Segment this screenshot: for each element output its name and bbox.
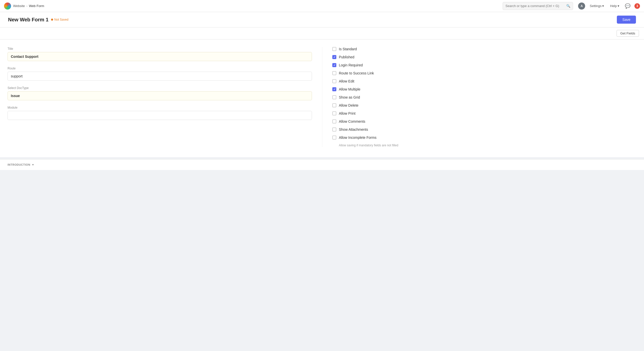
checkbox-label-login_required: Login Required — [339, 63, 363, 67]
form-card: Title Route Select DocType Module — [0, 39, 644, 157]
search-icon: 🔍 — [566, 4, 570, 8]
page-header: New Web Form 1 Not Saved Save — [0, 12, 644, 27]
checkbox-row-allow_multiple: Allow Multiple — [332, 87, 636, 91]
doctype-label: Select DocType — [8, 86, 312, 90]
checkbox-published[interactable] — [332, 55, 336, 59]
introduction-chevron-icon: ▾ — [32, 163, 34, 166]
checkbox-label-is_standard: Is Standard — [339, 47, 357, 51]
route-input[interactable] — [8, 72, 312, 81]
introduction-section[interactable]: INTRODUCTION ▾ — [0, 159, 644, 170]
breadcrumb-website[interactable]: Website — [13, 4, 25, 8]
status-badge: Not Saved — [51, 18, 68, 21]
checkbox-label-allow_multiple: Allow Multiple — [339, 87, 360, 91]
checkbox-label-route_to_success_link: Route to Success Link — [339, 71, 374, 75]
allow-incomplete-help-text: Allow saving if mandatory fields are not… — [339, 144, 636, 147]
notification-badge[interactable]: 3 — [634, 3, 640, 9]
checkbox-label-allow_edit: Allow Edit — [339, 79, 354, 83]
checkbox-label-allow_delete: Allow Delete — [339, 103, 358, 107]
checkbox-row-allow_comments: Allow Comments — [332, 119, 636, 123]
form-grid: Title Route Select DocType Module — [8, 47, 636, 147]
settings-button[interactable]: Settings ▾ — [588, 3, 606, 9]
checkbox-route_to_success_link[interactable] — [332, 71, 336, 75]
form-right: Is StandardPublishedLogin RequiredRoute … — [322, 47, 636, 147]
checkbox-label-show_attachments: Show Attachments — [339, 127, 368, 131]
checkbox-row-route_to_success_link: Route to Success Link — [332, 71, 636, 75]
checkbox-row-show_attachments: Show Attachments — [332, 127, 636, 131]
search-input[interactable] — [505, 4, 565, 8]
topnav-actions: A Settings ▾ Help ▾ 💬 3 — [578, 2, 640, 10]
help-chevron-icon: ▾ — [618, 4, 619, 8]
checkbox-row-allow_edit: Allow Edit — [332, 79, 636, 83]
checkbox-row-published: Published — [332, 55, 636, 59]
route-group: Route — [8, 67, 312, 81]
breadcrumb-webform[interactable]: Web Form — [29, 4, 44, 8]
introduction-label: INTRODUCTION — [8, 163, 30, 166]
checkbox-row-allow_print: Allow Print — [332, 111, 636, 115]
doctype-input[interactable] — [8, 91, 312, 100]
checkbox-row-login_required: Login Required — [332, 63, 636, 67]
checkbox-label-show_as_grid: Show as Grid — [339, 95, 360, 99]
settings-label: Settings — [590, 4, 601, 8]
settings-chevron-icon: ▾ — [602, 4, 604, 8]
doctype-group: Select DocType — [8, 86, 312, 100]
form-left: Title Route Select DocType Module — [8, 47, 322, 147]
checkbox-show_as_grid[interactable] — [332, 95, 336, 99]
get-fields-bar: Get Fields — [0, 27, 644, 39]
checkbox-allow_delete[interactable] — [332, 103, 336, 107]
title-group: Title — [8, 47, 312, 61]
app-logo[interactable] — [4, 3, 11, 10]
main-content: Get Fields Title Route Select DocType — [0, 27, 644, 351]
checkbox-label-allow_comments: Allow Comments — [339, 119, 365, 123]
checkbox-row-allow_incomplete_forms: Allow Incomplete Forms — [332, 136, 636, 140]
checkbox-login_required[interactable] — [332, 63, 336, 67]
route-label: Route — [8, 67, 312, 70]
chat-button[interactable]: 💬 — [624, 2, 631, 10]
avatar[interactable]: A — [578, 3, 585, 10]
search-bar[interactable]: 🔍 — [503, 2, 573, 10]
checkbox-allow_comments[interactable] — [332, 119, 336, 123]
checkbox-label-allow_incomplete_forms: Allow Incomplete Forms — [339, 136, 376, 140]
page-title: New Web Form 1 — [8, 17, 49, 23]
checkbox-show_attachments[interactable] — [332, 127, 336, 131]
breadcrumb-sep-1: › — [26, 4, 27, 8]
checkbox-row-show_as_grid: Show as Grid — [332, 95, 636, 99]
title-input[interactable] — [8, 52, 312, 61]
module-label: Module — [8, 106, 312, 109]
module-input[interactable] — [8, 111, 312, 120]
help-label: Help — [610, 4, 617, 8]
checkbox-allow_print[interactable] — [332, 111, 336, 115]
top-navigation: Website › Web Form 🔍 A Settings ▾ Help ▾… — [0, 0, 644, 12]
checkbox-label-allow_print: Allow Print — [339, 111, 355, 115]
checkbox-allow_edit[interactable] — [332, 79, 336, 83]
page-title-area: New Web Form 1 Not Saved — [8, 17, 68, 23]
save-button[interactable]: Save — [617, 16, 636, 24]
checkbox-allow_multiple[interactable] — [332, 87, 336, 91]
module-group: Module — [8, 106, 312, 120]
status-text: Not Saved — [54, 18, 68, 21]
help-button[interactable]: Help ▾ — [609, 3, 621, 9]
checkbox-allow_incomplete_forms[interactable] — [332, 136, 336, 140]
checkbox-label-published: Published — [339, 55, 354, 59]
breadcrumb: Website › Web Form — [13, 4, 44, 8]
title-label: Title — [8, 47, 312, 51]
get-fields-button[interactable]: Get Fields — [617, 30, 639, 37]
status-dot — [51, 19, 53, 21]
checkbox-is_standard[interactable] — [332, 47, 336, 51]
checkbox-row-is_standard: Is Standard — [332, 47, 636, 51]
checkbox-row-allow_delete: Allow Delete — [332, 103, 636, 107]
